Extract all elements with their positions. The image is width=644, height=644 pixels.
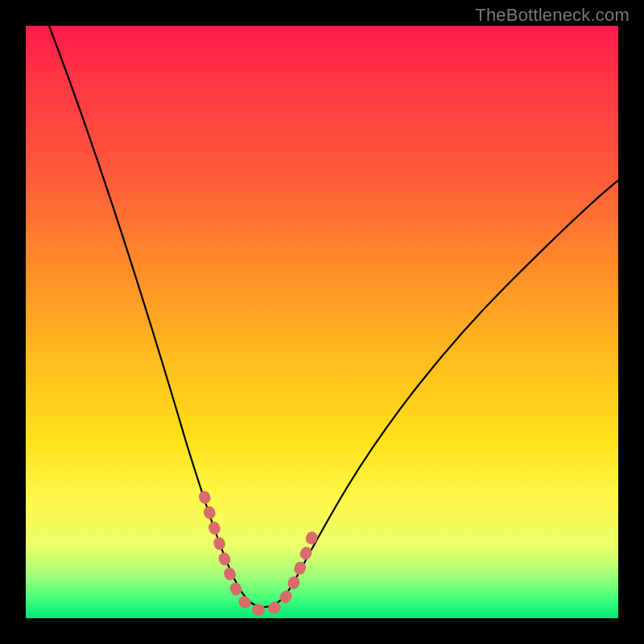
watermark-text: TheBottleneck.com bbox=[475, 5, 630, 26]
plot-area bbox=[26, 26, 618, 618]
curve-layer bbox=[26, 26, 618, 618]
bottleneck-curve bbox=[49, 26, 618, 607]
chart-frame: TheBottleneck.com bbox=[0, 0, 644, 644]
highlighted-bottleneck-region bbox=[204, 497, 312, 610]
